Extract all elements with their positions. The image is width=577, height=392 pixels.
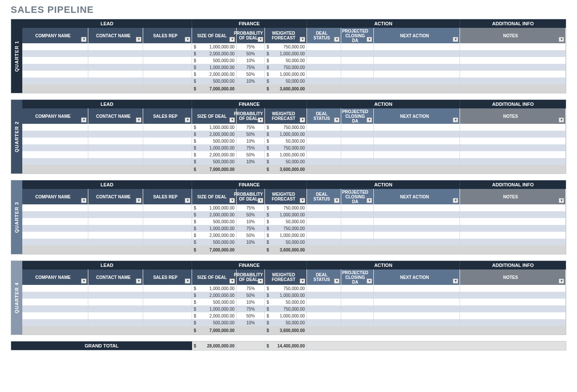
- table-row[interactable]: 1,000,000.0075%750,000.00: [22, 285, 566, 292]
- filter-dropdown-icon[interactable]: [300, 278, 305, 284]
- cell-blank[interactable]: [374, 71, 460, 78]
- cell-blank[interactable]: [460, 43, 566, 50]
- header-rep[interactable]: SALES REP: [143, 269, 192, 285]
- cell-fore[interactable]: 750,000.00: [265, 144, 307, 151]
- table-row[interactable]: 2,000,000.0050%1,000,000.00: [22, 211, 566, 218]
- cell-blank[interactable]: [341, 204, 374, 211]
- filter-dropdown-icon[interactable]: [300, 37, 305, 42]
- cell-blank[interactable]: [341, 232, 374, 239]
- cell-blank[interactable]: [341, 124, 374, 131]
- cell-blank[interactable]: [307, 319, 341, 326]
- header-next[interactable]: NEXT ACTION: [374, 108, 460, 124]
- header-contact[interactable]: CONTACT NAME: [88, 28, 143, 43]
- cell-deal[interactable]: 1,000,000.00: [192, 144, 237, 151]
- cell-prob[interactable]: 75%: [237, 204, 265, 211]
- header-contact[interactable]: CONTACT NAME: [88, 269, 143, 285]
- cell-fore[interactable]: 1,000,000.00: [265, 211, 307, 218]
- cell-deal[interactable]: 500,000.00: [192, 138, 237, 144]
- cell-prob[interactable]: 10%: [237, 299, 265, 305]
- cell-fore[interactable]: 1,000,000.00: [265, 292, 307, 299]
- filter-dropdown-icon[interactable]: [559, 198, 564, 203]
- cell-blank[interactable]: [88, 124, 143, 131]
- cell-blank[interactable]: [88, 211, 143, 218]
- cell-blank[interactable]: [143, 144, 192, 151]
- cell-blank[interactable]: [341, 292, 374, 299]
- cell-blank[interactable]: [374, 131, 460, 138]
- cell-blank[interactable]: [460, 78, 566, 84]
- cell-fore[interactable]: 50,000.00: [265, 319, 307, 326]
- cell-blank[interactable]: [143, 124, 192, 131]
- cell-blank[interactable]: [143, 131, 192, 138]
- cell-fore[interactable]: 50,000.00: [265, 158, 307, 165]
- cell-deal[interactable]: 500,000.00: [192, 239, 237, 245]
- cell-blank[interactable]: [460, 218, 566, 225]
- cell-blank[interactable]: [88, 218, 143, 225]
- cell-blank[interactable]: [307, 204, 341, 211]
- cell-blank[interactable]: [307, 299, 341, 305]
- filter-dropdown-icon[interactable]: [559, 37, 564, 42]
- cell-fore[interactable]: 1,000,000.00: [265, 71, 307, 78]
- cell-blank[interactable]: [341, 43, 374, 50]
- table-row[interactable]: 1,000,000.0075%750,000.00: [22, 225, 566, 232]
- cell-blank[interactable]: [374, 211, 460, 218]
- table-row[interactable]: 1,000,000.0075%750,000.00: [22, 204, 566, 211]
- filter-dropdown-icon[interactable]: [559, 278, 564, 284]
- table-row[interactable]: 2,000,000.0050%1,000,000.00: [22, 292, 566, 299]
- cell-blank[interactable]: [88, 305, 143, 312]
- cell-blank[interactable]: [460, 211, 566, 218]
- filter-dropdown-icon[interactable]: [453, 198, 458, 203]
- table-row[interactable]: 500,000.0010%50,000.00: [22, 158, 566, 165]
- header-status[interactable]: DEAL STATUS: [307, 28, 341, 43]
- cell-prob[interactable]: 75%: [237, 64, 265, 71]
- cell-blank[interactable]: [341, 71, 374, 78]
- cell-deal[interactable]: 1,000,000.00: [192, 43, 237, 50]
- cell-blank[interactable]: [460, 292, 566, 299]
- cell-prob[interactable]: 50%: [237, 151, 265, 158]
- cell-blank[interactable]: [22, 71, 88, 78]
- table-row[interactable]: 2,000,000.0050%1,000,000.00: [22, 50, 566, 57]
- cell-blank[interactable]: [374, 239, 460, 245]
- table-row[interactable]: 1,000,000.0075%750,000.00: [22, 43, 566, 50]
- header-close[interactable]: PROJECTED CLOSING DA: [341, 28, 374, 43]
- filter-dropdown-icon[interactable]: [559, 117, 564, 123]
- cell-blank[interactable]: [374, 64, 460, 71]
- header-fore[interactable]: WEIGHTED FORECAST: [265, 28, 307, 43]
- cell-blank[interactable]: [88, 138, 143, 144]
- cell-deal[interactable]: 2,000,000.00: [192, 50, 237, 57]
- cell-fore[interactable]: 1,000,000.00: [265, 312, 307, 319]
- cell-blank[interactable]: [341, 50, 374, 57]
- cell-prob[interactable]: 75%: [237, 225, 265, 232]
- header-notes[interactable]: NOTES: [460, 28, 566, 43]
- cell-blank[interactable]: [341, 158, 374, 165]
- cell-blank[interactable]: [88, 158, 143, 165]
- cell-prob[interactable]: 50%: [237, 292, 265, 299]
- cell-blank[interactable]: [341, 305, 374, 312]
- cell-blank[interactable]: [341, 78, 374, 84]
- cell-blank[interactable]: [307, 305, 341, 312]
- cell-blank[interactable]: [307, 292, 341, 299]
- cell-blank[interactable]: [460, 232, 566, 239]
- cell-blank[interactable]: [22, 225, 88, 232]
- cell-blank[interactable]: [22, 319, 88, 326]
- cell-prob[interactable]: 75%: [237, 285, 265, 292]
- header-contact[interactable]: CONTACT NAME: [88, 189, 143, 204]
- cell-blank[interactable]: [460, 204, 566, 211]
- cell-blank[interactable]: [460, 138, 566, 144]
- cell-blank[interactable]: [341, 131, 374, 138]
- cell-prob[interactable]: 10%: [237, 239, 265, 245]
- header-notes[interactable]: NOTES: [460, 269, 566, 285]
- header-fore[interactable]: WEIGHTED FORECAST: [265, 269, 307, 285]
- cell-deal[interactable]: 500,000.00: [192, 299, 237, 305]
- filter-dropdown-icon[interactable]: [185, 278, 190, 284]
- cell-prob[interactable]: 10%: [237, 319, 265, 326]
- cell-fore[interactable]: 750,000.00: [265, 64, 307, 71]
- cell-deal[interactable]: 1,000,000.00: [192, 204, 237, 211]
- cell-deal[interactable]: 1,000,000.00: [192, 225, 237, 232]
- cell-blank[interactable]: [22, 239, 88, 245]
- cell-blank[interactable]: [143, 292, 192, 299]
- cell-blank[interactable]: [88, 204, 143, 211]
- cell-deal[interactable]: 2,000,000.00: [192, 131, 237, 138]
- cell-deal[interactable]: 2,000,000.00: [192, 211, 237, 218]
- cell-blank[interactable]: [88, 131, 143, 138]
- cell-blank[interactable]: [374, 305, 460, 312]
